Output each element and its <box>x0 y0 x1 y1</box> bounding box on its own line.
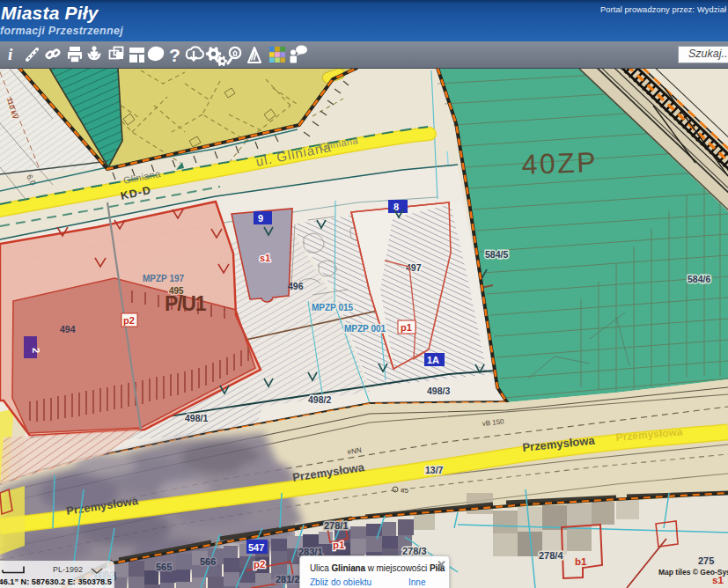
svg-text:i: i <box>8 45 13 63</box>
svg-text:498/2: 498/2 <box>308 394 331 405</box>
svg-text:497: 497 <box>406 262 422 273</box>
svg-text:496: 496 <box>288 281 304 291</box>
svg-text:281/2: 281/2 <box>276 574 300 584</box>
svg-text:498/3: 498/3 <box>427 386 450 396</box>
svg-text:’46.1” N: 587630.2 E: 350378: ’46.1” N: 587630.2 E: 350378.5 <box>0 577 112 586</box>
svg-text:MPZP 197: MPZP 197 <box>143 274 184 283</box>
svg-text:584/5: 584/5 <box>485 249 508 260</box>
svg-text:p2: p2 <box>123 315 135 326</box>
svg-text:PL-1992: PL-1992 <box>53 565 83 574</box>
svg-text:565: 565 <box>156 562 172 572</box>
svg-text:9: 9 <box>258 213 263 224</box>
svg-text:13/7: 13/7 <box>425 465 444 475</box>
svg-text:566: 566 <box>200 556 216 567</box>
svg-text:278/4: 278/4 <box>539 550 563 561</box>
svg-text:2: 2 <box>31 348 41 353</box>
svg-text:?: ? <box>169 45 180 65</box>
svg-text:278/1: 278/1 <box>324 520 349 531</box>
svg-text:p1: p1 <box>401 322 412 333</box>
svg-text:494: 494 <box>60 324 76 334</box>
svg-text:P/U1: P/U1 <box>165 292 207 315</box>
svg-text:MPZP 001: MPZP 001 <box>344 324 386 334</box>
svg-text:498/1: 498/1 <box>185 413 208 423</box>
svg-text:275: 275 <box>698 555 714 566</box>
svg-text:s1: s1 <box>260 253 270 263</box>
svg-text:1A: 1A <box>427 355 439 365</box>
svg-text:b1: b1 <box>575 556 587 567</box>
svg-text:MPZP 015: MPZP 015 <box>312 303 353 312</box>
svg-text:40ZP: 40ZP <box>521 146 599 180</box>
svg-text:584/6: 584/6 <box>688 274 710 284</box>
svg-text:p2: p2 <box>254 559 265 570</box>
svg-text:p1: p1 <box>333 540 345 550</box>
svg-text:547: 547 <box>248 542 264 553</box>
svg-text:45: 45 <box>401 487 408 495</box>
